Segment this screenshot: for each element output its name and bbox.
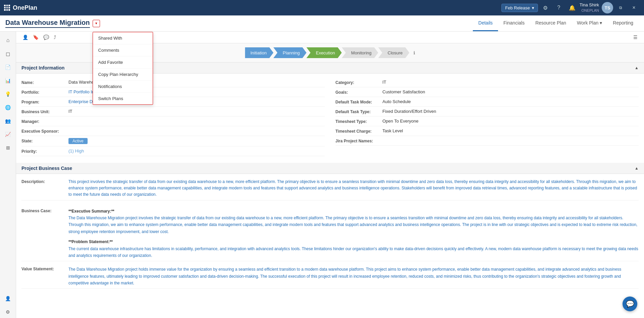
workflow-step-closure[interactable]: Closure (378, 47, 409, 58)
dropdown-notifications[interactable]: Notifications (93, 81, 153, 93)
tab-financials[interactable]: Financials (498, 15, 530, 31)
field-business-unit: Business Unit: IT (21, 107, 325, 117)
business-case-header[interactable]: Project Business Case ▲ (16, 163, 644, 174)
field-state: State: Active (21, 136, 325, 146)
user-avatar[interactable]: TS (602, 2, 613, 13)
help-button[interactable]: ? (553, 2, 565, 14)
sidebar-item-home[interactable]: ⌂ (2, 34, 14, 46)
sidebar-item-portfolio[interactable]: ◻ (2, 48, 14, 60)
field-priority-value: (1) High (68, 148, 325, 153)
field-value-statement-label: Value Statement: (21, 266, 68, 271)
settings-button[interactable]: ⚙ (539, 2, 551, 14)
project-information-collapse-icon: ▲ (635, 65, 639, 70)
close-button[interactable]: × (628, 2, 640, 14)
dropdown-copy-plan-hierarchy[interactable]: Copy Plan Hierarchy (93, 69, 153, 81)
field-portfolio-label: Portfolio: (21, 89, 68, 95)
work-plan-arrow-icon: ▾ (600, 20, 602, 26)
field-executive-sponsor-label: Executive Sponsor: (21, 128, 68, 134)
user-name: Tina Shirk (580, 2, 599, 8)
exec-summary-text: The Data Warehouse Migration project inv… (68, 216, 637, 234)
problem-statement-text: The current data warehouse infrastructur… (68, 246, 638, 258)
field-category: Category: IT (336, 78, 639, 87)
workflow-step-initiation[interactable]: Initiation (245, 47, 273, 58)
field-name-label: Name: (21, 80, 68, 85)
sidebar-item-ideas[interactable]: 💡 (2, 88, 14, 100)
sidebar-item-user[interactable]: 👤 (2, 292, 14, 305)
field-jira-project-names-label: Jira Project Names: (336, 138, 383, 143)
sidebar-item-analytics[interactable]: 📊 (2, 75, 14, 87)
field-business-unit-label: Business Unit: (21, 109, 68, 114)
bell-icon: 🔔 (569, 5, 576, 11)
tab-work-plan[interactable]: Work Plan ▾ (572, 15, 607, 31)
restore-button[interactable]: ⧉ (614, 2, 627, 14)
title-menu-button[interactable]: ▾ (93, 20, 100, 27)
field-timesheet-charge-label: Timesheet Charge: (336, 128, 383, 134)
restore-icon: ⧉ (619, 5, 622, 10)
workflow-step-planning[interactable]: Planning (274, 47, 307, 58)
field-timesheet-charge-value: Task Level (383, 128, 639, 133)
field-value-statement: Value Statement: The Data Warehouse Migr… (21, 264, 639, 289)
notifications-button[interactable]: 🔔 (566, 2, 578, 14)
field-business-unit-value: IT (68, 109, 325, 114)
help-icon: ? (557, 5, 560, 11)
field-default-task-mode-value: Auto Schedule (383, 99, 639, 104)
field-manager: Manager: (21, 117, 325, 126)
chat-float-button[interactable]: 💬 (623, 297, 637, 311)
sidebar-item-people[interactable]: 👥 (2, 115, 14, 127)
title-actions: ▾ Shared With Comments Add Favorite Copy… (93, 20, 100, 27)
settings-icon: ⚙ (543, 5, 548, 11)
sidebar-item-globe[interactable]: 🌐 (2, 101, 14, 113)
app-name: OnePlan (13, 4, 37, 11)
workflow-info-icon[interactable]: ℹ (413, 50, 415, 55)
dropdown-menu: Shared With Comments Add Favorite Copy P… (93, 32, 153, 105)
dropdown-add-favorite[interactable]: Add Favorite (93, 56, 153, 69)
field-program-label: Program: (21, 99, 68, 104)
layout-icon[interactable]: ☰ (632, 34, 639, 41)
grid-icon (4, 5, 10, 11)
chat-action-icon[interactable]: 💬 (42, 34, 50, 41)
business-case-content: Business Case: **Executive Summary:** Th… (16, 203, 644, 292)
sidebar-item-table[interactable]: ⊞ (2, 142, 14, 154)
field-jira-project-names: Jira Project Names: (336, 136, 639, 146)
field-timesheet-type-label: Timesheet Type: (336, 119, 383, 124)
sidebar-item-projects[interactable]: 📄 (2, 61, 14, 73)
field-manager-label: Manager: (21, 119, 68, 124)
sidebar-item-settings[interactable]: ⚙ (2, 306, 14, 318)
sidebar-item-reports[interactable]: 📈 (2, 128, 14, 140)
field-executive-sponsor: Executive Sponsor: (21, 126, 325, 136)
release-label: Feb Release (505, 5, 530, 10)
field-default-task-type-value: Fixed Duration/Effort Driven (383, 109, 639, 114)
field-timesheet-type-value: Open To Everyone (383, 119, 639, 124)
field-timesheet-charge: Timesheet Charge: Task Level (336, 126, 639, 136)
field-goals-value: Customer Satisfaction (383, 89, 639, 94)
workflow-step-execution[interactable]: Execution (306, 47, 342, 58)
dropdown-shared-with[interactable]: Shared With (93, 32, 153, 44)
sub-header: Data Warehouse Migration ▾ Shared With C… (0, 15, 644, 32)
user-action-icon[interactable]: 👤 (21, 34, 29, 41)
field-description-value: This project involves the strategic tran… (68, 179, 639, 198)
field-default-task-mode: Default Task Mode: Auto Schedule (336, 97, 639, 107)
project-info-left-column: Name: Data Warehouse Migration Portfolio… (16, 76, 330, 157)
left-sidebar: ⌂ ◻ 📄 📊 💡 🌐 👥 📈 ⊞ 👤 ⚙ (0, 32, 16, 318)
description-section: Description: This project involves the s… (16, 174, 644, 203)
close-icon: × (632, 5, 635, 11)
user-info: Tina Shirk ONEPLAN TS (580, 2, 613, 13)
bookmark-action-icon[interactable]: 🔖 (32, 34, 40, 41)
release-dropdown-icon: ▾ (532, 5, 534, 10)
dropdown-comments[interactable]: Comments (93, 44, 153, 56)
field-business-case-value: **Executive Summary:** The Data Warehous… (68, 208, 639, 259)
field-state-label: State: (21, 138, 68, 143)
tab-details[interactable]: Details (473, 15, 498, 31)
app-logo: OnePlan (4, 4, 499, 11)
field-description-label: Description: (21, 179, 68, 184)
workflow-step-monitoring[interactable]: Monitoring (342, 47, 378, 58)
field-portfolio: Portfolio: IT Portfolio Information (21, 87, 325, 97)
tab-resource-plan[interactable]: Resource Plan (530, 15, 572, 31)
dropdown-switch-plans[interactable]: Switch Plans (93, 93, 153, 104)
release-selector[interactable]: Feb Release ▾ (501, 4, 538, 12)
problem-statement-title: **Problem Statement:** (68, 239, 113, 244)
tab-reporting[interactable]: Reporting (607, 15, 639, 31)
share-action-icon[interactable]: ⤴ (53, 34, 57, 41)
field-priority-label: Priority: (21, 148, 68, 154)
field-category-label: Category: (336, 80, 383, 85)
